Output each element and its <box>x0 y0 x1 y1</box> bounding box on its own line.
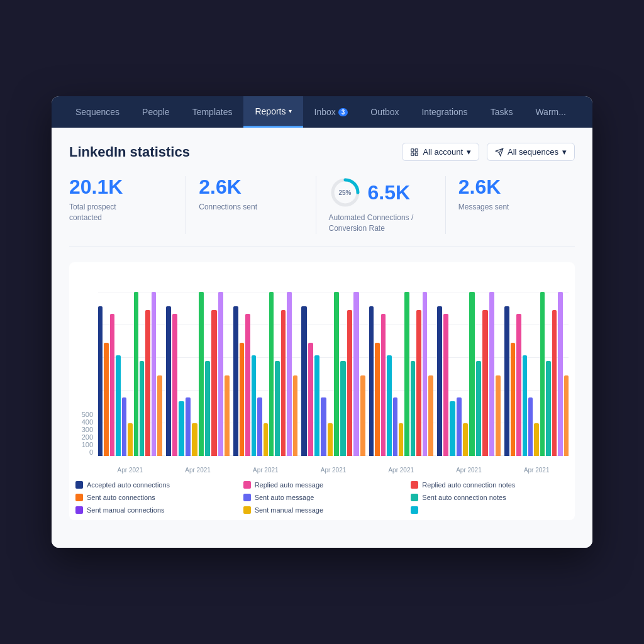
bar-group-0 <box>98 292 162 456</box>
bar-1-6 <box>199 292 204 456</box>
legend-label-sent-notes: Sent auto connection notes <box>422 494 506 501</box>
chart-area: 500 400 300 200 100 0 <box>69 262 575 520</box>
bar-3-0 <box>301 306 306 456</box>
main-content: LinkedIn statistics All account ▾ All se… <box>52 128 592 548</box>
nav-item-people[interactable]: People <box>131 96 181 128</box>
legend-item-accepted: Accepted auto connections <box>75 481 233 489</box>
bar-4-4 <box>393 397 397 456</box>
nav-item-integrations[interactable]: Integrations <box>410 96 479 128</box>
bar-0-8 <box>145 310 150 456</box>
sequences-filter-btn[interactable]: All sequences ▾ <box>487 143 575 161</box>
bar-5-10 <box>496 375 501 456</box>
svg-rect-1 <box>416 148 418 151</box>
chevron-down-icon: ▾ <box>289 108 292 114</box>
legend-label-sent-auto: Sent auto connections <box>87 494 155 501</box>
stat-label-messages: Messages sent <box>458 202 562 213</box>
legend-dot-sent-manual-msg <box>243 506 251 514</box>
bar-4-2 <box>381 314 386 456</box>
bar-3-8 <box>347 310 352 456</box>
bar-4-3 <box>387 355 391 456</box>
nav-item-inbox[interactable]: Inbox3 <box>303 96 360 128</box>
bar-1-5 <box>192 423 197 456</box>
bar-3-9 <box>353 292 358 456</box>
header-filters: All account ▾ All sequences ▾ <box>402 143 575 161</box>
bar-2-8 <box>281 310 286 456</box>
bar-group-1 <box>166 292 230 456</box>
bar-6-0 <box>504 306 509 456</box>
bar-2-7 <box>275 361 279 456</box>
legend-label-replied-msg: Replied auto message <box>255 481 323 489</box>
chart-inner: 500 400 300 200 100 0 <box>75 272 569 474</box>
gauge-container: 25% <box>329 176 362 209</box>
bar-group-6 <box>504 292 569 456</box>
bar-1-3 <box>179 401 184 456</box>
legend-dot-replied-notes <box>411 481 418 489</box>
send-icon <box>495 148 504 157</box>
stat-messages-sent: 2.6K Messages sent <box>445 176 575 234</box>
legend-item-extra <box>411 506 569 514</box>
chart-legend: Accepted auto connections Replied auto m… <box>75 474 569 514</box>
bar-0-10 <box>157 375 162 456</box>
y-label-0: 0 <box>75 448 93 456</box>
account-filter-label: All account <box>423 147 463 157</box>
bar-5-7 <box>476 361 481 456</box>
legend-item-sent-manual: Sent manual connections <box>75 506 233 514</box>
bar-1-4 <box>186 397 191 456</box>
bar-1-10 <box>225 375 230 456</box>
bar-5-9 <box>489 292 494 456</box>
nav-item-reports[interactable]: Reports ▾ <box>243 96 303 128</box>
legend-item-sent-notes: Sent auto connection notes <box>411 494 569 501</box>
stat-value-connections: 2.6K <box>199 176 303 198</box>
bar-4-8 <box>416 310 421 456</box>
sequences-filter-label: All sequences <box>508 147 558 157</box>
bar-4-0 <box>369 306 374 456</box>
bar-2-4 <box>257 397 262 456</box>
legend-dot-sent-notes <box>411 494 418 501</box>
bar-6-2 <box>516 314 521 456</box>
stat-label-total: Total prospectcontacted <box>69 202 173 223</box>
account-icon <box>410 148 419 157</box>
nav-item-sequences[interactable]: Sequences <box>64 96 131 128</box>
bar-6-1 <box>511 343 515 456</box>
legend-item-replied-msg: Replied auto message <box>243 481 401 489</box>
legend-label-replied-notes: Replied auto connection notes <box>422 481 515 489</box>
legend-dot-accepted <box>75 481 83 489</box>
svg-rect-2 <box>411 153 414 155</box>
bar-4-5 <box>399 423 403 456</box>
stat-label-connections: Connections sent <box>199 202 303 213</box>
stat-automated: 25% 6.5K Automated Connections /Conversi… <box>316 176 445 234</box>
legend-dot-replied-msg <box>243 481 251 489</box>
nav-item-warm[interactable]: Warm... <box>524 96 577 128</box>
bar-6-6 <box>540 292 545 456</box>
nav-bar: SequencesPeopleTemplatesReports ▾Inbox3O… <box>52 96 592 128</box>
legend-item-sent-auto: Sent auto connections <box>75 494 233 501</box>
bar-3-5 <box>328 423 333 456</box>
page-title: LinkedIn statistics <box>69 144 190 160</box>
y-label-100: 100 <box>75 441 93 448</box>
page-header: LinkedIn statistics All account ▾ All se… <box>69 143 575 161</box>
legend-dot-extra <box>411 506 418 514</box>
legend-dot-sent-msg <box>243 494 251 501</box>
bar-3-3 <box>314 355 319 456</box>
bar-6-5 <box>534 423 538 456</box>
nav-item-tasks[interactable]: Tasks <box>479 96 525 128</box>
bar-0-7 <box>140 361 144 456</box>
bar-1-7 <box>205 361 210 456</box>
bar-5-8 <box>482 310 487 456</box>
bar-4-10 <box>428 375 433 456</box>
bar-0-5 <box>128 423 132 456</box>
bar-3-4 <box>321 397 326 456</box>
nav-item-templates[interactable]: Templates <box>181 96 244 128</box>
svg-rect-0 <box>411 148 414 151</box>
account-filter-btn[interactable]: All account ▾ <box>402 143 479 161</box>
bar-5-6 <box>469 292 474 456</box>
y-label-500: 500 <box>75 411 93 418</box>
y-axis: 500 400 300 200 100 0 <box>75 411 98 474</box>
bar-1-0 <box>166 306 171 456</box>
bar-6-10 <box>564 375 569 456</box>
legend-dot-sent-auto <box>75 494 83 501</box>
sequences-chevron-icon: ▾ <box>562 147 567 157</box>
bar-0-0 <box>98 306 103 456</box>
nav-item-outbox[interactable]: Outbox <box>359 96 410 128</box>
legend-item-replied-notes: Replied auto connection notes <box>411 481 569 489</box>
